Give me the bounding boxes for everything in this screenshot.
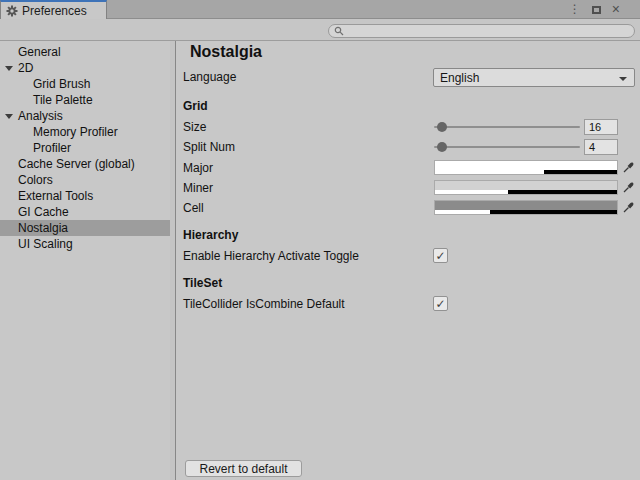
row-split-num: Split Num 4 xyxy=(183,138,634,156)
row-tilecollider-default: TileCollider IsCombine Default ✓ xyxy=(183,295,634,313)
split-num-slider[interactable] xyxy=(434,138,580,156)
slider-knob[interactable] xyxy=(437,122,447,132)
enable-hierarchy-toggle-checkbox[interactable]: ✓ xyxy=(433,248,448,263)
search-icon xyxy=(334,26,344,36)
foldout-triangle-icon[interactable] xyxy=(5,114,13,119)
row-cell: Cell xyxy=(183,199,634,217)
search-box[interactable] xyxy=(328,24,635,38)
tileset-section-header: TileSet xyxy=(183,275,222,291)
tilecollider-default-checkbox[interactable]: ✓ xyxy=(433,296,448,311)
grid-section-header: Grid xyxy=(183,98,208,114)
tab-preferences[interactable]: Preferences xyxy=(0,0,107,19)
cell-label: Cell xyxy=(183,201,204,215)
size-value-field[interactable]: 16 xyxy=(584,119,618,135)
sidebar-item-profiler[interactable]: Profiler xyxy=(0,140,170,156)
tilecollider-default-label: TileCollider IsCombine Default xyxy=(183,297,345,311)
sidebar-item-memory-profiler[interactable]: Memory Profiler xyxy=(0,124,170,140)
row-miner: Miner xyxy=(183,179,634,197)
sidebar-item-colors[interactable]: Colors xyxy=(0,172,170,188)
size-slider[interactable] xyxy=(434,118,580,136)
alpha-bar xyxy=(435,170,617,174)
check-icon: ✓ xyxy=(435,297,445,311)
eyedropper-icon[interactable] xyxy=(622,201,635,214)
row-language: Language English xyxy=(183,68,634,86)
nostalgia-settings-panel: Nostalgia Language English Grid Size 16 … xyxy=(176,41,640,480)
sidebar-item-grid-brush[interactable]: Grid Brush xyxy=(0,76,170,92)
gear-icon xyxy=(6,5,18,17)
alpha-bar xyxy=(435,190,617,194)
slider-track[interactable] xyxy=(434,126,580,128)
sidebar-item-nostalgia[interactable]: Nostalgia xyxy=(0,220,170,236)
eyedropper-icon[interactable] xyxy=(622,181,635,194)
tab-title: Preferences xyxy=(22,4,87,18)
major-color-field[interactable] xyxy=(434,160,618,175)
page-title: Nostalgia xyxy=(190,43,262,61)
color-swatch xyxy=(435,201,617,210)
check-icon: ✓ xyxy=(435,249,445,263)
revert-to-default-button[interactable]: Revert to default xyxy=(185,460,302,477)
slider-track[interactable] xyxy=(434,146,580,148)
enable-hierarchy-toggle-label: Enable Hierarchy Activate Toggle xyxy=(183,249,359,263)
language-dropdown-value: English xyxy=(440,71,479,85)
language-dropdown[interactable]: English xyxy=(433,68,635,87)
row-size: Size 16 xyxy=(183,118,634,136)
cell-color-field[interactable] xyxy=(434,200,618,215)
sidebar-item-gi-cache[interactable]: GI Cache xyxy=(0,204,170,220)
kebab-menu-icon[interactable]: ⋮ xyxy=(569,0,581,19)
close-icon[interactable]: × xyxy=(612,0,620,19)
sidebar-item-analysis[interactable]: Analysis xyxy=(0,108,170,124)
preferences-sidebar: General 2D Grid Brush Tile Palette Analy… xyxy=(0,41,170,480)
eyedropper-icon[interactable] xyxy=(622,161,635,174)
sidebar-item-2d[interactable]: 2D xyxy=(0,60,170,76)
sidebar-item-external-tools[interactable]: External Tools xyxy=(0,188,170,204)
color-swatch xyxy=(435,181,617,190)
slider-knob[interactable] xyxy=(437,142,447,152)
search-input[interactable] xyxy=(347,25,629,37)
toolbar xyxy=(0,19,640,41)
color-swatch xyxy=(435,161,617,170)
row-enable-hierarchy-toggle: Enable Hierarchy Activate Toggle ✓ xyxy=(183,247,634,265)
split-num-label: Split Num xyxy=(183,140,235,154)
sidebar-item-general[interactable]: General xyxy=(0,44,170,60)
sidebar-item-cache-server[interactable]: Cache Server (global) xyxy=(0,156,170,172)
sidebar-item-ui-scaling[interactable]: UI Scaling xyxy=(0,236,170,252)
titlebar: Preferences ⋮ × xyxy=(0,0,640,19)
split-num-value-field[interactable]: 4 xyxy=(584,139,618,155)
hierarchy-section-header: Hierarchy xyxy=(183,227,238,243)
miner-color-field[interactable] xyxy=(434,180,618,195)
row-major: Major xyxy=(183,159,634,177)
window-controls: ⋮ × xyxy=(569,0,620,19)
language-label: Language xyxy=(183,70,236,84)
maximize-icon[interactable] xyxy=(592,6,601,14)
size-label: Size xyxy=(183,120,206,134)
sidebar-item-tile-palette[interactable]: Tile Palette xyxy=(0,92,170,108)
alpha-bar xyxy=(435,210,617,214)
chevron-down-icon xyxy=(619,77,627,81)
major-label: Major xyxy=(183,161,213,175)
miner-label: Miner xyxy=(183,181,213,195)
foldout-triangle-icon[interactable] xyxy=(5,66,13,71)
